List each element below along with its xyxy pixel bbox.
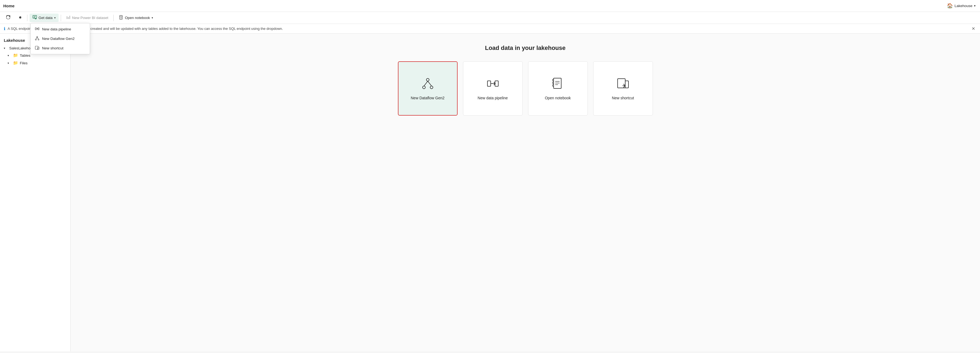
- settings-button[interactable]: [15, 14, 25, 22]
- info-bar: ℹ A SQL endpoint default dataset for rep…: [0, 24, 980, 33]
- svg-rect-24: [487, 81, 491, 86]
- files-expand-icon: ▾: [8, 62, 11, 65]
- card-new-data-pipeline[interactable]: New data pipeline: [463, 61, 523, 116]
- workspace-label: Lakehouse: [955, 4, 972, 8]
- dataflow-card-icon: [421, 77, 434, 91]
- svg-line-17: [37, 37, 38, 39]
- info-icon: ℹ: [4, 26, 5, 31]
- open-notebook-button[interactable]: Open notebook ▾: [116, 14, 156, 22]
- get-data-button[interactable]: Get data ▾: [30, 14, 59, 22]
- get-data-chevron-icon: ▾: [54, 16, 56, 19]
- folder-icon-files: 📁: [13, 60, 18, 65]
- svg-line-16: [36, 37, 37, 39]
- card-new-dataflow-gen2[interactable]: New Dataflow Gen2: [398, 61, 458, 116]
- dropdown-item-new-shortcut[interactable]: New shortcut: [31, 43, 90, 53]
- toolbar-divider-3: [113, 15, 114, 21]
- dropdown-item-pipeline-label: New data pipeline: [42, 27, 71, 31]
- refresh-icon: [6, 15, 11, 20]
- get-data-label: Get data: [38, 16, 52, 20]
- tables-expand-icon: ▾: [8, 54, 11, 57]
- content-area: Load data in your lakehouse New Dataflow…: [70, 33, 980, 351]
- svg-point-21: [430, 86, 433, 89]
- svg-rect-10: [35, 28, 37, 30]
- sidebar-item-files[interactable]: ▾ 📁 Files: [0, 59, 70, 67]
- svg-rect-30: [552, 85, 554, 86]
- main-layout: Lakehouse ▾ SalesLakehouse ▾ 📁 Tables ▾ …: [0, 33, 980, 351]
- dropdown-item-dataflow-label: New Dataflow Gen2: [42, 37, 75, 41]
- open-notebook-label: Open notebook: [125, 16, 150, 20]
- card-dataflow-label: New Dataflow Gen2: [410, 96, 445, 100]
- notebook-chevron-icon: ▾: [152, 16, 153, 19]
- dropdown-item-new-dataflow[interactable]: New Dataflow Gen2: [31, 34, 90, 43]
- power-bi-icon: [66, 15, 70, 20]
- svg-rect-29: [552, 82, 554, 84]
- card-notebook-label: Open notebook: [545, 96, 571, 100]
- expand-icon: ▾: [4, 47, 8, 50]
- card-open-notebook[interactable]: Open notebook: [528, 61, 588, 116]
- content-title: Load data in your lakehouse: [485, 45, 566, 52]
- dataflow-icon: [35, 36, 39, 41]
- svg-point-14: [35, 39, 37, 40]
- workspace-chevron-icon: ▾: [974, 4, 976, 8]
- toolbar-divider-1: [27, 15, 27, 21]
- svg-line-22: [424, 81, 428, 86]
- shortcut-icon: [35, 46, 39, 51]
- page-title: Home: [3, 3, 15, 8]
- notebook-icon: [119, 15, 123, 20]
- pipeline-icon: [35, 27, 39, 32]
- workspace-badge[interactable]: 🏠 Lakehouse ▾: [947, 3, 976, 9]
- files-label: Files: [20, 61, 28, 65]
- svg-point-15: [38, 39, 39, 40]
- svg-rect-0: [33, 16, 37, 18]
- svg-line-23: [428, 81, 431, 86]
- new-power-bi-button[interactable]: New Power BI dataset: [63, 14, 111, 22]
- svg-rect-5: [69, 16, 70, 19]
- refresh-button[interactable]: [3, 14, 14, 22]
- tables-label: Tables: [20, 54, 30, 57]
- dropdown-item-new-data-pipeline[interactable]: New data pipeline: [31, 24, 90, 34]
- svg-point-13: [37, 37, 38, 37]
- svg-point-19: [426, 78, 429, 81]
- notebook-card-icon: [551, 77, 565, 91]
- folder-icon: 📁: [13, 53, 18, 58]
- new-power-bi-label: New Power BI dataset: [72, 16, 108, 20]
- card-new-shortcut[interactable]: New shortcut: [593, 61, 653, 116]
- get-data-icon: [33, 15, 37, 20]
- svg-rect-4: [68, 17, 69, 19]
- svg-rect-28: [552, 79, 554, 81]
- svg-rect-3: [67, 16, 68, 19]
- info-close-button[interactable]: ✕: [970, 26, 976, 31]
- shortcut-card-icon: [617, 77, 630, 91]
- sidebar: Lakehouse ▾ SalesLakehouse ▾ 📁 Tables ▾ …: [0, 33, 70, 351]
- dropdown-item-shortcut-label: New shortcut: [42, 46, 64, 50]
- settings-icon: [18, 15, 22, 20]
- svg-point-20: [423, 86, 425, 89]
- card-pipeline-label: New data pipeline: [478, 96, 508, 100]
- pipeline-card-icon: [486, 77, 500, 91]
- cards-row: New Dataflow Gen2 New data pipeline: [398, 61, 653, 116]
- card-shortcut-label: New shortcut: [612, 96, 634, 100]
- svg-rect-27: [554, 78, 561, 89]
- house-icon: 🏠: [947, 3, 953, 9]
- get-data-dropdown: New data pipeline New Dataflow Gen2: [30, 23, 90, 54]
